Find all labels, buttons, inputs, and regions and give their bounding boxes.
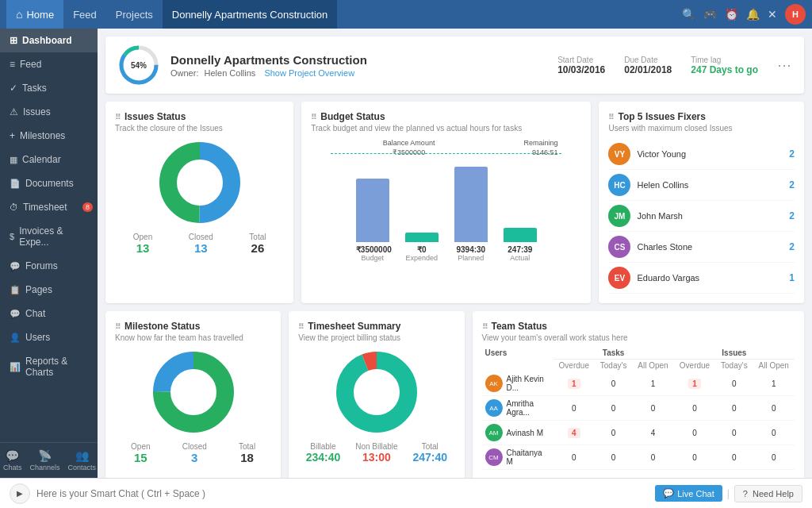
actual-amount: 247:39 — [504, 245, 537, 254]
close-icon[interactable]: ✕ — [768, 8, 777, 21]
issue-all-open: 0 — [753, 445, 795, 470]
sidebar-item-issues[interactable]: ⚠ Issues — [0, 100, 98, 124]
sidebar-bottom: 💬 Chats 📡 Channels 👥 Contacts — [0, 442, 98, 478]
row-2: ⠿ Milestone Status Know how far the team… — [105, 311, 804, 478]
smart-chat-input[interactable] — [36, 488, 649, 499]
sidebar-documents-label: Documents — [25, 178, 74, 189]
issues-icon: ⚠ — [10, 106, 18, 117]
sidebar-item-timesheet[interactable]: ⏱ Timesheet 8 — [0, 195, 98, 219]
fixer-count: 2 — [789, 241, 795, 252]
bottom-chats[interactable]: 💬 Chats — [3, 449, 22, 471]
sidebar-feed-label: Feed — [20, 59, 41, 70]
budget-bar-blue — [356, 179, 389, 242]
show-overview-link[interactable]: Show Project Overview — [264, 68, 354, 78]
feed-icon: ≡ — [10, 59, 15, 70]
task-overdue: 1 — [553, 371, 596, 396]
nav-feed[interactable]: Feed — [63, 0, 106, 29]
member-name: Amritha Agra... — [507, 399, 550, 417]
task-today: 0 — [595, 445, 632, 470]
table-row: AA Amritha Agra... 0 0 0 0 0 0 — [482, 396, 795, 421]
bell-icon[interactable]: 🔔 — [746, 8, 760, 21]
live-chat-button[interactable]: 💬 Live Chat — [655, 485, 722, 502]
play-button[interactable]: ▶ — [10, 483, 30, 504]
task-overdue: 0 — [553, 445, 596, 470]
budget-chart-area: Balance Amount₹3500000 Remaining9146:51 — [311, 139, 581, 242]
team-subtitle: View your team's overall work status her… — [482, 333, 795, 342]
issues-total: Total 26 — [249, 233, 266, 255]
pages-icon: 📋 — [10, 285, 21, 295]
bottom-contacts[interactable]: 👥 Contacts — [68, 449, 97, 471]
sidebar-item-tasks[interactable]: ✓ Tasks — [0, 76, 98, 100]
nav-projects[interactable]: Projects — [106, 0, 163, 29]
sidebar-item-forums[interactable]: 💬 Forums — [0, 254, 98, 278]
team-avatar: AM — [485, 424, 503, 441]
help-icon: ? — [743, 489, 748, 498]
sidebar-item-documents[interactable]: 📄 Documents — [0, 171, 98, 195]
budget-bar-planned — [454, 167, 488, 242]
team-status-card: ⠿ Team Status View your team's overall w… — [473, 311, 805, 478]
project-title: Donnelly Apartments Construction — [170, 53, 367, 67]
sidebar: ⊞ Dashboard ≡ Feed ✓ Tasks ⚠ Issues + Mi… — [0, 29, 98, 478]
fixer-count: 2 — [789, 210, 795, 221]
need-help-button[interactable]: ? Need Help — [734, 485, 802, 502]
nav-right: 🔍 🎮 ⏰ 🔔 ✕ H — [682, 4, 806, 25]
sidebar-chat-label: Chat — [25, 308, 45, 319]
planned-label: Planned — [454, 254, 488, 262]
remaining-label: Remaining9146:51 — [523, 139, 557, 157]
issues-closed-label: Closed — [189, 233, 213, 241]
budget-title-icon: ⠿ — [311, 113, 316, 121]
more-options-button[interactable]: ⋯ — [777, 58, 791, 72]
sidebar-item-invoices[interactable]: $ Invoices & Expe... — [0, 219, 98, 254]
invoices-icon: $ — [10, 232, 14, 241]
fixer-avatar: VY — [608, 143, 630, 165]
milestone-stats: Open 15 Closed 3 Total 18 — [115, 442, 271, 464]
fixer-name: Eduardo Vargas — [637, 273, 783, 283]
fixers-title-icon: ⠿ — [608, 113, 614, 121]
task-all-open: 1 — [632, 371, 674, 396]
issues-status-subtitle: Track the closure of the Issues — [115, 124, 284, 133]
fixer-row: EV Eduardo Vargas 1 — [608, 263, 795, 294]
chat-bar-right: 💬 Live Chat | ? Need Help — [655, 485, 802, 502]
fixers-title: ⠿ Top 5 Issues Fixers — [608, 111, 795, 122]
sidebar-issues-label: Issues — [23, 106, 51, 117]
sidebar-item-dashboard[interactable]: ⊞ Dashboard — [0, 29, 98, 52]
sidebar-item-chat[interactable]: 💬 Chat — [0, 302, 98, 325]
clock-icon[interactable]: ⏰ — [725, 8, 738, 21]
issues-status-title: ⠿ Issues Status — [115, 111, 284, 122]
task-all-open: 4 — [632, 421, 674, 445]
fixers-subtitle: Users with maximum closed Issues — [608, 124, 795, 133]
project-header: 54% Donnelly Apartments Construction Own… — [105, 37, 804, 94]
issue-today: 0 — [715, 445, 753, 470]
sidebar-item-feed[interactable]: ≡ Feed — [0, 52, 98, 76]
top-fixers-card: ⠿ Top 5 Issues Fixers Users with maximum… — [599, 102, 804, 303]
team-title-icon: ⠿ — [482, 322, 488, 331]
issues-status-card: ⠿ Issues Status Track the closure of the… — [105, 102, 293, 303]
row-1: ⠿ Issues Status Track the closure of the… — [105, 102, 804, 303]
budget-status-card: ⠿ Budget Status Track budget and view th… — [301, 102, 591, 303]
sidebar-item-users[interactable]: 👤 Users — [0, 325, 98, 349]
timesheet-title-icon: ⠿ — [298, 322, 304, 331]
fixer-row: VY Victor Young 2 — [608, 139, 795, 170]
sidebar-item-calendar[interactable]: ▦ Calendar — [0, 148, 98, 171]
fixer-avatar: JM — [608, 205, 630, 227]
sidebar-item-milestones[interactable]: + Milestones — [0, 124, 98, 148]
nav-current-project[interactable]: Donnelly Apartments Construction — [163, 0, 338, 29]
sidebar-item-reports[interactable]: 📊 Reports & Charts — [0, 349, 98, 384]
sidebar-item-pages[interactable]: 📋 Pages — [0, 278, 98, 302]
due-date-meta: Due Date 02/01/2018 — [624, 56, 672, 75]
gamepad-icon[interactable]: 🎮 — [703, 8, 717, 21]
nav-home[interactable]: ⌂ Home — [6, 0, 63, 29]
start-date-meta: Start Date 10/03/2016 — [557, 56, 605, 75]
issue-all-open: 1 — [753, 371, 795, 396]
sidebar-milestones-label: Milestones — [20, 130, 65, 141]
contacts-icon: 👥 — [75, 449, 89, 462]
bottom-channels[interactable]: 📡 Channels — [30, 449, 60, 471]
live-chat-icon: 💬 — [663, 488, 674, 498]
search-icon[interactable]: 🔍 — [682, 8, 695, 21]
sidebar-tasks-label: Tasks — [22, 83, 47, 94]
avatar[interactable]: H — [785, 4, 806, 25]
issue-overdue: 0 — [674, 421, 716, 445]
issue-overdue: 0 — [674, 445, 716, 470]
due-date-value: 02/01/2018 — [624, 64, 672, 75]
timesheet-donut — [298, 348, 454, 436]
